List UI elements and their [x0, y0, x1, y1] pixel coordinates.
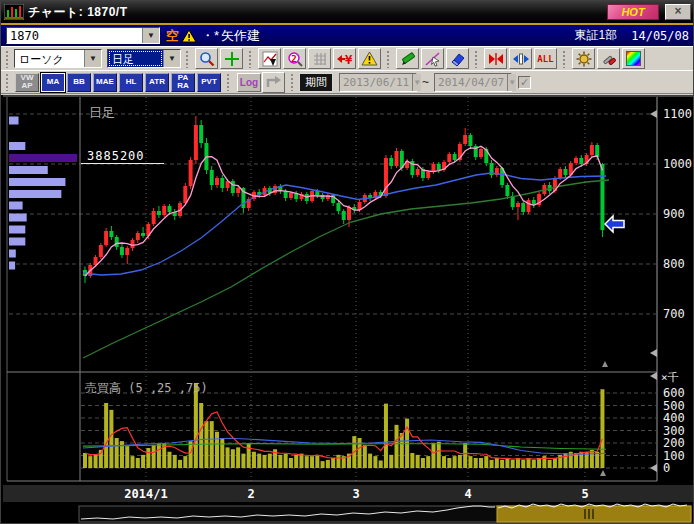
- narrow-candles-button[interactable]: [484, 48, 507, 69]
- app-chart-icon: [4, 4, 24, 20]
- yen-arrow-icon: ¥: [336, 51, 354, 67]
- crosshair-button[interactable]: [220, 48, 243, 69]
- chart-down-arrow-icon: [262, 51, 278, 67]
- svg-text:5: 5: [581, 487, 588, 501]
- title-bar[interactable]: チャート: 1870/T HOT ×: [1, 1, 694, 23]
- hot-button[interactable]: HOT: [607, 4, 659, 20]
- toolbar-grip[interactable]: [290, 73, 295, 91]
- date-label: 14/05/08: [631, 29, 689, 43]
- alert-warning-icon: [361, 51, 378, 66]
- toolbar-grip[interactable]: [562, 50, 567, 68]
- toolbar-grip[interactable]: [474, 50, 479, 68]
- timeframe-dropdown-button[interactable]: ▼: [163, 50, 180, 67]
- date-to-select[interactable]: 2014/04/07 ▼: [434, 73, 512, 92]
- svg-text:1000: 1000: [663, 157, 692, 171]
- widen-candles-button[interactable]: [509, 48, 532, 69]
- all-button[interactable]: ALL: [534, 48, 557, 69]
- zoom-step2-button[interactable]: 2: [283, 48, 306, 69]
- symbol-dropdown-button[interactable]: ▼: [142, 28, 159, 43]
- indicator-hl-button[interactable]: HL: [119, 73, 143, 92]
- chart-export-button[interactable]: [258, 48, 281, 69]
- market-label: 東証1部: [575, 27, 618, 44]
- symbol-code-combo[interactable]: ▼: [6, 27, 160, 44]
- warning-icon: [181, 29, 197, 43]
- indicator-pvt-button[interactable]: PVT: [197, 73, 221, 92]
- svg-text:700: 700: [663, 307, 685, 321]
- indicator-para-button[interactable]: PA RA: [171, 73, 195, 92]
- alert-button[interactable]: [358, 48, 381, 69]
- svg-text:1100: 1100: [663, 107, 692, 121]
- timeframe-select[interactable]: 日足 ▼: [107, 49, 181, 68]
- symbol-bar: ▼ 空 ・* 矢作建 東証1部 14/05/08: [1, 25, 694, 46]
- date-from-dropdown-button[interactable]: ▼: [412, 74, 421, 91]
- log-scale-button[interactable]: Log: [237, 73, 261, 92]
- chart-type-select[interactable]: ローソク ▼: [14, 49, 102, 68]
- color-palette-button[interactable]: [622, 48, 645, 69]
- chart-type-value: ローソク: [15, 50, 84, 67]
- margin-flag: 空: [166, 27, 179, 45]
- pencil-icon: [400, 51, 416, 67]
- close-button[interactable]: ×: [665, 4, 691, 20]
- stock-name: 矢作建: [221, 27, 260, 45]
- stock-name-prefix: ・*: [201, 27, 219, 45]
- magnifier-2-icon: 2: [287, 51, 303, 67]
- settings-button[interactable]: [572, 48, 595, 69]
- toolbar-grip[interactable]: [386, 50, 391, 68]
- chart-canvas[interactable]: 3885200日足売買高 (5 ,25 ,75)1100100090080070…: [1, 95, 694, 524]
- svg-text:3885200: 3885200: [87, 149, 145, 163]
- draw-pencil-button[interactable]: [396, 48, 419, 69]
- toolbar-indicators: VW AP MA BB MAE HL ATR PA RA PVT Log 期間 …: [1, 70, 694, 94]
- date-range-separator: ~: [422, 75, 429, 89]
- wrench-icon: [601, 51, 617, 67]
- trendline-button[interactable]: [421, 48, 444, 69]
- trendline-cursor-icon: [425, 51, 441, 67]
- timeframe-value: 日足: [108, 50, 163, 67]
- date-from-value: 2013/06/11: [340, 74, 412, 91]
- chart-window: チャート: 1870/T HOT × ▼ 空 ・* 矢作建 東証1部 14/05…: [0, 0, 694, 524]
- toolbar-main: ローソク ▼ 日足 ▼ 2: [1, 46, 694, 70]
- symbol-code-input[interactable]: [7, 28, 142, 43]
- indicator-ma-button[interactable]: MA: [41, 73, 65, 92]
- eraser-button[interactable]: [446, 48, 469, 69]
- magnifier-icon: [199, 51, 215, 67]
- chart-type-dropdown-button[interactable]: ▼: [84, 50, 101, 67]
- svg-text:売買高 (5 ,25 ,75): 売買高 (5 ,25 ,75): [85, 381, 208, 395]
- narrow-width-icon: [487, 52, 505, 66]
- toolbar-grip[interactable]: [248, 50, 253, 68]
- grid-icon: [312, 51, 328, 67]
- jump-button[interactable]: [262, 72, 285, 93]
- period-button[interactable]: 期間: [299, 73, 333, 92]
- date-to-value: 2014/04/07: [435, 74, 507, 91]
- zoom-button[interactable]: [195, 48, 218, 69]
- period-checkbox[interactable]: ✓: [518, 76, 531, 89]
- indicator-mae-button[interactable]: MAE: [93, 73, 117, 92]
- toolbar-grip[interactable]: [185, 50, 190, 68]
- svg-text:2: 2: [247, 487, 254, 501]
- svg-text:4: 4: [464, 487, 471, 501]
- date-from-select[interactable]: 2013/06/11 ▼: [339, 73, 417, 92]
- gear-icon: [576, 51, 592, 67]
- eraser-icon: [450, 51, 466, 67]
- indicator-atr-button[interactable]: ATR: [145, 73, 169, 92]
- rainbow-icon: [626, 51, 641, 66]
- gray-arrow-icon: [266, 75, 282, 89]
- toolbar-grip[interactable]: [5, 50, 10, 68]
- indicator-bb-button[interactable]: BB: [67, 73, 91, 92]
- svg-text:¥: ¥: [345, 53, 353, 67]
- indicator-vwap-button[interactable]: VW AP: [15, 73, 39, 92]
- svg-text:900: 900: [663, 207, 685, 221]
- tools-button[interactable]: [597, 48, 620, 69]
- yen-display-button[interactable]: ¥: [333, 48, 356, 69]
- svg-text:日足: 日足: [89, 105, 115, 120]
- date-to-dropdown-button[interactable]: ▼: [507, 74, 516, 91]
- widen-width-icon: [512, 52, 530, 66]
- svg-text:×千: ×千: [661, 371, 679, 384]
- svg-text:2: 2: [291, 53, 296, 63]
- toolbar-grip[interactable]: [5, 73, 10, 91]
- toolbar-grip[interactable]: [226, 73, 231, 91]
- svg-text:2014/1: 2014/1: [124, 487, 167, 501]
- window-title: チャート: 1870/T: [28, 4, 128, 21]
- grid-button[interactable]: [308, 48, 331, 69]
- svg-text:800: 800: [663, 257, 685, 271]
- svg-text:3: 3: [352, 487, 359, 501]
